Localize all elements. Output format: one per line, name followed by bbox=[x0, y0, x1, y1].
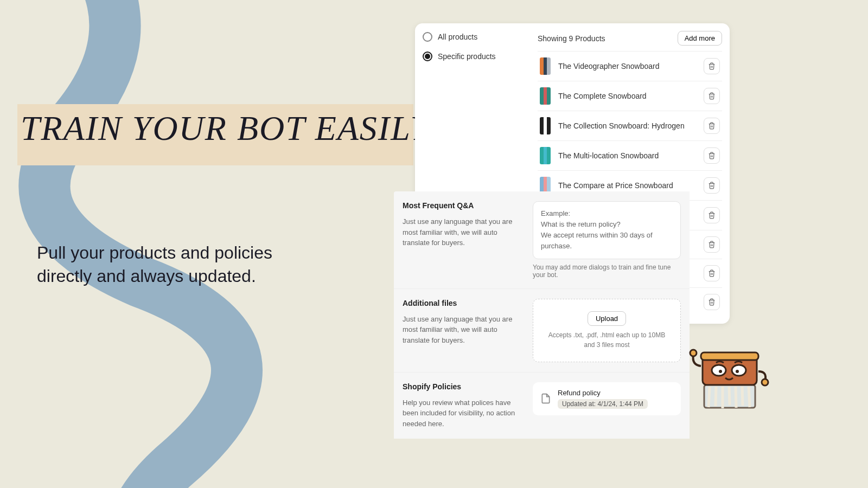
add-more-button[interactable]: Add more bbox=[678, 31, 722, 46]
svg-line-7 bbox=[736, 387, 736, 408]
trash-icon bbox=[708, 92, 716, 100]
product-name: The Multi-location Snowboard bbox=[558, 151, 696, 160]
delete-product-button[interactable] bbox=[704, 236, 720, 253]
policies-section-title: Shopify Policies bbox=[403, 382, 522, 391]
svg-line-4 bbox=[716, 387, 716, 406]
svg-line-8 bbox=[742, 387, 743, 406]
delete-product-button[interactable] bbox=[704, 58, 720, 74]
promo-subhead: Pull your products and policies directly… bbox=[37, 241, 308, 288]
policies-section-desc: Help you review what polices have been i… bbox=[403, 397, 516, 429]
svg-point-12 bbox=[732, 365, 746, 376]
files-section-title: Additional files bbox=[403, 299, 522, 307]
product-row: The Multi-location Snowboard bbox=[538, 140, 722, 170]
qa-example-answer: We accept returns within 30 days of purc… bbox=[541, 230, 673, 252]
qa-hint: You may add more dialogs to train and fi… bbox=[533, 264, 681, 279]
delete-product-button[interactable] bbox=[704, 177, 720, 194]
promo-headline: TRAIN YOUR BOT EASILY bbox=[21, 108, 431, 149]
trash-icon bbox=[708, 269, 716, 277]
product-row: The Videographer Snowboard bbox=[538, 51, 722, 81]
svg-point-15 bbox=[690, 350, 697, 356]
svg-point-13 bbox=[736, 370, 739, 373]
qa-section-desc: Just use any language that you are most … bbox=[403, 216, 516, 248]
products-count: Showing 9 Products bbox=[538, 34, 605, 43]
radio-all-products[interactable]: All products bbox=[423, 32, 531, 42]
trash-icon bbox=[708, 182, 716, 189]
delete-product-button[interactable] bbox=[704, 207, 720, 223]
policy-card: Refund policy Updated at: 4/1/24, 1:44 P… bbox=[533, 382, 681, 415]
trash-icon bbox=[708, 241, 716, 248]
qa-section-title: Most Frequent Q&A bbox=[403, 201, 522, 210]
trash-icon bbox=[708, 62, 716, 70]
product-name: The Compare at Price Snowboard bbox=[558, 181, 696, 190]
delete-product-button[interactable] bbox=[704, 88, 720, 104]
svg-line-6 bbox=[729, 387, 730, 405]
delete-product-button[interactable] bbox=[704, 294, 720, 310]
svg-line-9 bbox=[749, 387, 750, 407]
radio-icon bbox=[423, 32, 432, 42]
trash-icon bbox=[708, 298, 716, 306]
product-row: The Complete Snowboard bbox=[538, 81, 722, 111]
trash-icon bbox=[708, 152, 716, 159]
svg-point-14 bbox=[762, 379, 768, 386]
qa-example-question: What is the return policy? bbox=[541, 219, 673, 230]
svg-point-10 bbox=[712, 365, 726, 376]
product-name: The Videographer Snowboard bbox=[558, 62, 696, 70]
upload-hint: Accepts .txt, .pdf, .html each up to 10M… bbox=[543, 330, 671, 350]
upload-dropzone[interactable]: Upload Accepts .txt, .pdf, .html each up… bbox=[533, 299, 681, 362]
product-name: The Collection Snowboard: Hydrogen bbox=[558, 121, 696, 130]
policy-updated-badge: Updated at: 4/1/24, 1:44 PM bbox=[558, 399, 648, 409]
radio-label: Specific products bbox=[438, 52, 496, 61]
product-thumb bbox=[540, 117, 551, 134]
trash-icon bbox=[708, 122, 716, 130]
delete-product-button[interactable] bbox=[704, 265, 720, 281]
files-section-desc: Just use any language that you are most … bbox=[403, 314, 516, 346]
policy-name: Refund policy bbox=[558, 389, 648, 397]
product-thumb bbox=[540, 87, 551, 105]
delete-product-button[interactable] bbox=[704, 147, 720, 164]
radio-icon bbox=[423, 52, 432, 61]
product-thumb bbox=[540, 147, 551, 164]
product-thumb bbox=[540, 57, 551, 75]
shredder-mascot-icon bbox=[689, 339, 770, 415]
svg-line-3 bbox=[709, 387, 710, 407]
product-row: The Collection Snowboard: Hydrogen bbox=[538, 111, 722, 140]
qa-example-box[interactable]: Example: What is the return policy? We a… bbox=[533, 201, 681, 259]
radio-specific-products[interactable]: Specific products bbox=[423, 52, 531, 61]
trash-icon bbox=[708, 211, 716, 219]
file-icon bbox=[540, 393, 551, 404]
product-name: The Complete Snowboard bbox=[558, 92, 696, 100]
radio-label: All products bbox=[438, 33, 477, 41]
config-panel: Most Frequent Q&A Just use any language … bbox=[394, 191, 690, 439]
svg-rect-1 bbox=[701, 352, 758, 360]
delete-product-button[interactable] bbox=[704, 118, 720, 134]
qa-example-label: Example: bbox=[541, 208, 673, 219]
upload-button[interactable]: Upload bbox=[588, 311, 626, 326]
svg-point-11 bbox=[719, 370, 722, 373]
